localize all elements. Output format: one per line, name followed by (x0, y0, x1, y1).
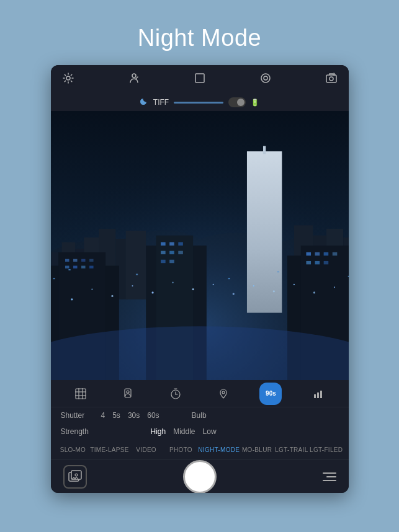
strength-label: Strength (61, 427, 101, 436)
svg-rect-20 (262, 146, 265, 154)
strength-high[interactable]: High (151, 427, 166, 436)
strength-row: Strength High Middle Low (51, 423, 349, 440)
mode-mo-blur[interactable]: MO-BLUR (240, 446, 274, 453)
svg-rect-6 (326, 75, 336, 82)
night-mode-icon-btn[interactable]: 90s (259, 383, 282, 405)
shutter-row: Shutter 4 5s 30s 60s Bulb (51, 407, 349, 423)
svg-point-5 (264, 76, 267, 80)
tiff-slider[interactable] (174, 102, 223, 104)
svg-rect-53 (323, 261, 328, 264)
mode-photo[interactable]: PHOTO (164, 446, 199, 453)
svg-rect-28 (73, 259, 78, 262)
shutter-val-bulb[interactable]: Bulb (192, 411, 207, 420)
svg-rect-37 (161, 242, 166, 246)
tiff-toggle[interactable] (228, 97, 246, 107)
svg-rect-19 (246, 151, 281, 313)
bottom-controls: 90s Shutter 4 5s 30s 60s Bulb (51, 380, 349, 493)
top-toolbar (51, 65, 349, 94)
svg-rect-88 (314, 394, 316, 398)
svg-rect-43 (161, 260, 166, 263)
svg-point-1 (132, 74, 136, 78)
moon-icon (140, 97, 148, 108)
svg-rect-47 (306, 252, 311, 255)
svg-rect-44 (169, 260, 174, 263)
tiff-bar: TIFF 🔋 (51, 94, 349, 111)
svg-point-60 (172, 282, 173, 283)
strength-values: High Middle Low (151, 427, 217, 436)
svg-rect-52 (315, 261, 320, 264)
svg-rect-74 (277, 271, 279, 272)
svg-point-0 (66, 76, 70, 80)
svg-point-67 (313, 291, 315, 293)
square-icon[interactable] (194, 72, 206, 87)
svg-point-65 (272, 290, 274, 292)
svg-rect-48 (315, 252, 320, 255)
portrait-icon-btn[interactable] (117, 383, 139, 405)
svg-point-63 (232, 293, 234, 295)
svg-point-56 (91, 288, 92, 290)
svg-rect-49 (323, 252, 328, 255)
circle-icon[interactable] (259, 72, 272, 87)
svg-rect-38 (169, 242, 174, 246)
location-icon-btn[interactable] (212, 383, 235, 405)
svg-point-87 (222, 391, 225, 394)
svg-rect-34 (89, 266, 94, 268)
shutter-val-4[interactable]: 4 (101, 411, 105, 420)
svg-point-59 (151, 291, 153, 293)
battery-icon: 🔋 (251, 99, 259, 107)
svg-point-55 (71, 298, 73, 300)
svg-point-61 (192, 288, 194, 290)
person-icon[interactable] (128, 72, 140, 87)
svg-point-4 (261, 74, 270, 82)
svg-rect-90 (320, 391, 322, 398)
svg-point-64 (253, 285, 254, 286)
shutter-val-30s[interactable]: 30s (128, 411, 140, 420)
svg-rect-30 (65, 266, 69, 268)
svg-rect-42 (178, 251, 183, 254)
svg-rect-27 (65, 259, 69, 262)
svg-rect-32 (81, 266, 86, 268)
svg-point-54 (51, 326, 349, 380)
mode-night-mode[interactable]: NIGHT-MODE (198, 446, 240, 453)
menu-button[interactable] (313, 465, 336, 489)
mode-video[interactable]: VIDEO (129, 446, 164, 453)
strength-low[interactable]: Low (203, 427, 217, 436)
svg-line-2 (136, 77, 138, 79)
shutter-val-60s[interactable]: 60s (147, 411, 159, 420)
mode-lgt-trail[interactable]: LGT-TRAIL (274, 446, 309, 453)
svg-point-68 (333, 286, 334, 288)
menu-line-1 (323, 472, 336, 474)
gallery-button[interactable] (63, 465, 87, 489)
mode-slo-mo[interactable]: SLO-MO (56, 446, 91, 453)
action-bar (51, 459, 349, 493)
settings-icon[interactable] (62, 72, 74, 87)
svg-rect-75 (347, 276, 348, 277)
shutter-button[interactable] (183, 460, 217, 494)
page-title: Night Mode (138, 25, 261, 51)
svg-rect-39 (178, 242, 183, 246)
icon-row: 90s (51, 380, 349, 407)
svg-rect-51 (306, 261, 311, 264)
svg-rect-71 (68, 269, 70, 270)
shutter-val-5s[interactable]: 5s (112, 411, 120, 420)
svg-rect-33 (89, 259, 94, 262)
svg-rect-89 (317, 392, 319, 398)
histogram-icon-btn[interactable] (307, 383, 330, 405)
svg-point-57 (111, 295, 113, 297)
strength-middle[interactable]: Middle (173, 427, 195, 436)
mode-time-lapse[interactable]: TIME-LAPSE (90, 446, 128, 453)
svg-rect-50 (332, 252, 337, 255)
shutter-label: Shutter (61, 411, 101, 420)
svg-rect-80 (76, 389, 86, 399)
phone-frame: TIFF 🔋 (51, 65, 349, 493)
timer-icon-btn[interactable] (164, 383, 187, 405)
svg-rect-29 (81, 259, 86, 262)
camera-flip-icon[interactable] (325, 72, 338, 87)
grid-icon-btn[interactable] (69, 383, 92, 405)
mode-lgt-filed[interactable]: LGT-FILED (309, 446, 344, 453)
svg-point-82 (127, 391, 129, 393)
menu-line-3 (323, 480, 336, 481)
night-mode-label: 90s (266, 390, 276, 397)
svg-point-7 (330, 77, 333, 81)
svg-rect-3 (195, 74, 204, 82)
